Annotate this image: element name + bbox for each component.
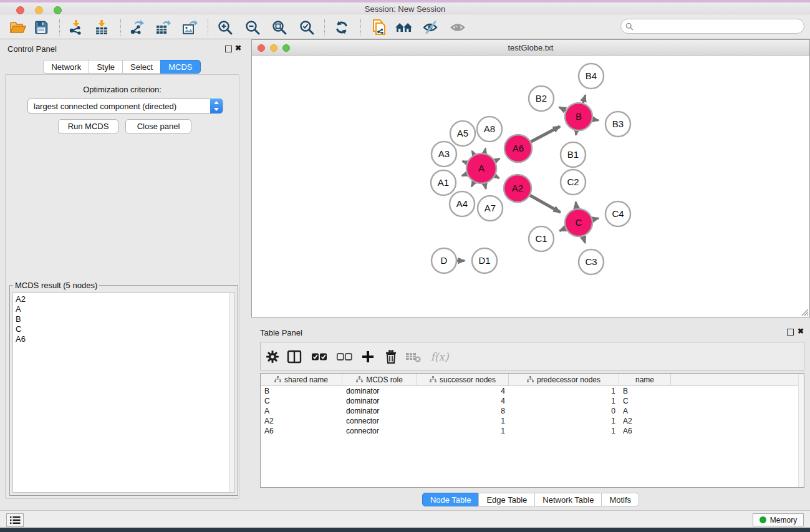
panel-menu-button[interactable] — [6, 513, 24, 527]
export-network-icon[interactable] — [126, 18, 147, 37]
scrollbar[interactable] — [798, 374, 804, 487]
mcds-result-item[interactable]: B — [13, 314, 234, 324]
mcds-result-item[interactable]: A2 — [13, 294, 234, 304]
memory-button[interactable]: Memory — [753, 513, 804, 526]
node-C1[interactable]: C1 — [529, 226, 554, 251]
tab-edge-table[interactable]: Edge Table — [478, 493, 535, 506]
node-A2[interactable]: A2 — [504, 175, 531, 202]
import-table-icon[interactable] — [91, 18, 112, 37]
network-canvas[interactable]: B4B2BB3A5A8A6A3B1AA1C2A2A4A7C4CC1C3DD1 — [252, 56, 809, 317]
node-A8[interactable]: A8 — [477, 117, 502, 142]
edge-B-B2[interactable] — [559, 107, 566, 110]
edge-B-B4[interactable] — [583, 95, 586, 103]
select-all-icon[interactable] — [310, 347, 329, 366]
settings-gear-icon[interactable] — [263, 347, 282, 366]
run-mcds-button[interactable]: Run MCDS — [58, 119, 118, 133]
node-A5[interactable]: A5 — [450, 121, 475, 146]
search-input[interactable] — [636, 20, 799, 32]
network-window-titlebar[interactable]: testGlobe.txt — [252, 40, 809, 56]
node-A7[interactable]: A7 — [478, 196, 503, 221]
close-panel-button[interactable]: Close panel — [125, 119, 191, 133]
edge-C-C3[interactable] — [583, 236, 585, 243]
tab-network-table[interactable]: Network Table — [534, 493, 602, 506]
node-A6[interactable]: A6 — [504, 135, 532, 162]
mcds-result-item[interactable]: A — [13, 304, 234, 314]
zoom-fit-icon[interactable] — [269, 18, 290, 37]
node-C2[interactable]: C2 — [561, 170, 586, 195]
node-C3[interactable]: C3 — [579, 249, 604, 274]
mcds-result-item[interactable]: C — [13, 324, 234, 334]
node-D1[interactable]: D1 — [472, 248, 497, 273]
float-panel-icon[interactable] — [787, 329, 794, 336]
tab-style[interactable]: Style — [89, 60, 123, 74]
tab-node-table[interactable]: Node Table — [422, 493, 480, 506]
edge-A-A6[interactable] — [495, 158, 499, 161]
edge-A-A5[interactable] — [472, 151, 474, 155]
window-resize-grip[interactable] — [800, 307, 809, 316]
tab-network[interactable]: Network — [43, 60, 89, 74]
table-row[interactable]: A6connector11A6 — [261, 426, 804, 436]
column-header-shared-name[interactable]: shared name — [261, 374, 342, 386]
save-session-icon[interactable] — [31, 18, 52, 37]
node-C[interactable]: C — [565, 209, 592, 236]
table-row[interactable]: A2connector11A2 — [261, 416, 804, 426]
export-image-icon[interactable] — [179, 18, 200, 37]
node-B1[interactable]: B1 — [561, 142, 586, 167]
export-table-icon[interactable] — [152, 18, 173, 37]
column-header-name[interactable]: name — [619, 374, 671, 386]
table-row[interactable]: Cdominator41C — [261, 396, 804, 406]
show-columns-icon[interactable] — [285, 347, 304, 366]
edge-A6-B[interactable] — [531, 127, 560, 142]
edge-A-A7[interactable] — [485, 183, 486, 188]
node-B4[interactable]: B4 — [579, 64, 604, 89]
column-header-MCDS-role[interactable]: MCDS role — [342, 374, 417, 386]
edge-C-C1[interactable] — [559, 228, 566, 231]
criterion-dropdown[interactable]: largest connected component (directed) — [27, 99, 223, 114]
node-B3[interactable]: B3 — [605, 112, 630, 137]
delete-table-icon[interactable] — [404, 347, 423, 366]
node-C4[interactable]: C4 — [605, 201, 630, 226]
column-header-predecessor-nodes[interactable]: predecessor nodes — [509, 374, 619, 386]
node-D[interactable]: D — [432, 248, 456, 273]
zoom-selected-icon[interactable] — [296, 18, 317, 37]
node-A3[interactable]: A3 — [432, 142, 456, 167]
delete-icon[interactable] — [382, 347, 400, 366]
float-panel-icon[interactable] — [225, 46, 232, 52]
node-B2[interactable]: B2 — [529, 86, 554, 111]
table-row[interactable]: Bdominator41B — [261, 386, 804, 396]
tab-motifs[interactable]: Motifs — [601, 493, 639, 506]
refresh-icon[interactable] — [331, 18, 352, 37]
mcds-result-item[interactable]: A6 — [13, 334, 234, 344]
edge-B-B3[interactable] — [593, 119, 599, 120]
edge-A2-C[interactable] — [530, 195, 560, 212]
function-builder-icon[interactable]: f(x) — [428, 347, 451, 366]
import-network-icon[interactable] — [65, 18, 87, 37]
node-A1[interactable]: A1 — [431, 170, 456, 195]
zoom-in-icon[interactable] — [215, 18, 236, 37]
node-B[interactable]: B — [565, 103, 592, 130]
add-icon[interactable] — [359, 347, 377, 366]
hide-selected-icon[interactable] — [420, 18, 441, 37]
edge-B-B1[interactable] — [576, 131, 577, 135]
edge-C-C4[interactable] — [593, 218, 599, 220]
node-A4[interactable]: A4 — [450, 191, 475, 216]
edge-A-A3[interactable] — [463, 162, 467, 163]
first-neighbors-icon[interactable] — [393, 18, 415, 37]
node-A[interactable]: A — [466, 153, 496, 183]
close-panel-icon[interactable]: ✖ — [798, 326, 804, 336]
edge-A-A8[interactable] — [485, 148, 485, 153]
zoom-out-icon[interactable] — [242, 18, 263, 37]
open-file-icon[interactable] — [7, 18, 28, 37]
deselect-all-icon[interactable] — [335, 347, 354, 366]
scrollbar[interactable] — [229, 293, 234, 492]
close-panel-icon[interactable]: ✖ — [235, 43, 241, 53]
tab-mcds[interactable]: MCDS — [160, 60, 200, 74]
new-network-from-selection-icon[interactable] — [368, 18, 389, 37]
edge-A-A1[interactable] — [462, 174, 467, 176]
edge-A-A4[interactable] — [471, 182, 474, 186]
tab-select[interactable]: Select — [122, 60, 161, 74]
table-row[interactable]: Adominator80A — [261, 406, 804, 416]
column-header-successor-nodes[interactable]: successor nodes — [417, 374, 509, 386]
edge-A-A2[interactable] — [495, 176, 499, 178]
show-all-icon[interactable] — [448, 18, 469, 37]
